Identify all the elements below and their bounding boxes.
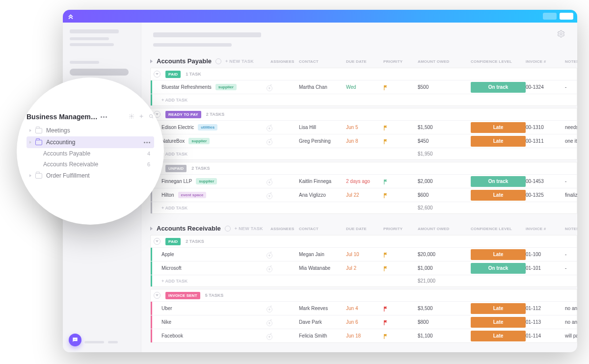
- invoice-cell: 00-1453: [526, 179, 565, 184]
- task-row[interactable]: AppleMegan JainJul 10$20,000Late01-100-: [151, 247, 577, 261]
- more-icon[interactable]: [144, 142, 154, 143]
- status-chip[interactable]: INVOICE SENT: [165, 292, 200, 299]
- tag[interactable]: supplier: [196, 178, 217, 184]
- task-group: INVOICE SENT5 TASKSUberMark ReevesJun 4$…: [150, 289, 577, 343]
- priority-flag-icon[interactable]: [383, 320, 388, 325]
- task-row[interactable]: Finnegan LLPsupplierKaitlin Finnega2 day…: [151, 174, 577, 188]
- assignee-add-icon[interactable]: [270, 319, 271, 325]
- task-row[interactable]: Edison ElectricutilitiesLisa HillJun 5$1…: [151, 120, 577, 134]
- assignee-add-icon[interactable]: [270, 124, 271, 130]
- status-chip[interactable]: PAID: [165, 238, 181, 245]
- priority-flag-icon[interactable]: [383, 306, 388, 311]
- contact-cell: Mia Watanabe: [299, 265, 346, 271]
- confidence-badge[interactable]: On track: [471, 263, 526, 274]
- task-row[interactable]: NikeDave ParkJun 6$800Late01-113no answe…: [151, 315, 577, 329]
- gear-icon[interactable]: [129, 113, 134, 121]
- confidence-badge[interactable]: Late: [471, 190, 526, 201]
- due-date-cell[interactable]: Jun 8: [346, 138, 383, 144]
- due-date-cell[interactable]: Jun 4: [346, 306, 383, 311]
- priority-flag-icon[interactable]: [383, 252, 388, 257]
- magnifier-overlay: Business Managem… MeetingsAccountingAcco…: [17, 78, 164, 225]
- amount-cell: $1,000: [418, 265, 471, 271]
- group-collapse-icon[interactable]: [154, 71, 161, 78]
- due-date-cell[interactable]: Jul 2: [346, 265, 383, 271]
- folder-icon: [35, 140, 42, 145]
- settings-icon[interactable]: [557, 29, 565, 40]
- assignee-add-icon[interactable]: [270, 265, 271, 271]
- confidence-badge[interactable]: On track: [471, 176, 526, 187]
- invoice-cell: 01-101: [526, 265, 565, 271]
- assignee-add-icon[interactable]: [270, 251, 271, 258]
- group-collapse-icon[interactable]: [154, 292, 161, 299]
- add-task-row[interactable]: + ADD TASK: [151, 94, 577, 105]
- task-count: 2 TASKS: [206, 112, 224, 117]
- tag[interactable]: event space: [178, 192, 207, 198]
- due-date-cell[interactable]: Jun 5: [346, 125, 383, 130]
- confidence-badge[interactable]: On track: [471, 82, 526, 93]
- task-row[interactable]: Bluestar RefreshmentssupplierMartha Chan…: [151, 80, 577, 94]
- more-icon[interactable]: [101, 116, 107, 118]
- titlebar-button[interactable]: [543, 13, 557, 20]
- assignee-add-icon[interactable]: [270, 333, 271, 339]
- task-row[interactable]: MicrosoftMia WatanabeJul 2$1,000On track…: [151, 261, 577, 275]
- sidebar-list[interactable]: Accounts Receivable6: [27, 159, 154, 170]
- status-chip[interactable]: UNPAID: [165, 165, 187, 172]
- search-icon[interactable]: [148, 113, 154, 121]
- notes-cell: finalizing the pa: [565, 192, 577, 198]
- status-chip[interactable]: READY TO PAY: [165, 111, 201, 118]
- priority-flag-icon[interactable]: [383, 334, 388, 338]
- task-name: Apple: [161, 252, 174, 257]
- confidence-badge[interactable]: Late: [471, 122, 526, 133]
- priority-flag-icon[interactable]: [383, 266, 388, 271]
- add-task-row[interactable]: + ADD TASK$21,000: [151, 275, 577, 286]
- contact-cell: Mark Reeves: [299, 306, 346, 311]
- sidebar-list[interactable]: Accounts Payable4: [27, 148, 154, 159]
- tag[interactable]: supplier: [188, 138, 210, 144]
- task-row[interactable]: UberMark ReevesJun 4$3,500Late01-112no a…: [151, 301, 577, 315]
- assignee-add-icon[interactable]: [270, 305, 271, 312]
- due-date-cell[interactable]: Jul 10: [346, 252, 383, 257]
- priority-flag-icon[interactable]: [383, 193, 388, 198]
- due-date-cell[interactable]: Jun 6: [346, 319, 383, 325]
- confidence-badge[interactable]: Late: [471, 303, 526, 314]
- priority-flag-icon[interactable]: [383, 85, 388, 90]
- confidence-badge[interactable]: Late: [471, 249, 526, 260]
- assignee-add-icon[interactable]: [270, 178, 271, 184]
- tag[interactable]: utilities: [198, 124, 217, 130]
- sidebar-folder[interactable]: Meetings: [27, 125, 154, 136]
- sidebar-folder[interactable]: Accounting: [27, 136, 154, 148]
- priority-flag-icon[interactable]: [383, 179, 388, 184]
- priority-flag-icon[interactable]: [383, 125, 388, 130]
- add-task-row[interactable]: + ADD TASK$1,950: [151, 148, 577, 159]
- titlebar-button[interactable]: [560, 13, 573, 20]
- invoice-cell: 01-100: [526, 252, 565, 257]
- due-date-cell[interactable]: Jul 22: [346, 192, 383, 198]
- due-date-cell[interactable]: Wed: [346, 84, 383, 90]
- confidence-badge[interactable]: Late: [471, 331, 526, 341]
- svg-point-4: [131, 116, 133, 117]
- assignee-add-icon[interactable]: [270, 138, 271, 144]
- group-collapse-icon[interactable]: [154, 238, 161, 245]
- svg-point-3: [76, 339, 76, 339]
- task-name: Finnegan LLP: [161, 179, 192, 184]
- chat-fab[interactable]: [69, 334, 81, 346]
- notes-cell: will pay 2 week: [565, 333, 577, 338]
- confidence-badge[interactable]: Late: [471, 317, 526, 328]
- plus-icon[interactable]: [138, 113, 144, 121]
- due-date-cell[interactable]: 2 days ago: [346, 179, 383, 184]
- confidence-badge[interactable]: Late: [471, 136, 526, 147]
- assignee-add-icon[interactable]: [270, 192, 271, 198]
- task-row[interactable]: Hiltonevent spaceAna ViglizzoJul 22$600L…: [151, 188, 577, 202]
- add-task-row[interactable]: + ADD TASK$2,600: [151, 202, 577, 213]
- assignee-add-icon[interactable]: [270, 84, 271, 90]
- svg-point-1: [74, 339, 75, 339]
- priority-flag-icon[interactable]: [383, 139, 388, 144]
- space-header[interactable]: Business Managem…: [27, 113, 154, 125]
- status-chip[interactable]: PAID: [165, 71, 181, 78]
- task-row[interactable]: NatureBoxsupplierGreg PershingJun 8$450L…: [151, 134, 577, 148]
- tag[interactable]: supplier: [215, 84, 237, 90]
- caret-icon: [29, 141, 31, 144]
- due-date-cell[interactable]: Jun 18: [346, 333, 383, 338]
- task-row[interactable]: FacebookFelicia SmithJun 18$1,100Late01-…: [151, 329, 577, 342]
- sidebar-folder[interactable]: Order Fulfillment: [27, 170, 154, 182]
